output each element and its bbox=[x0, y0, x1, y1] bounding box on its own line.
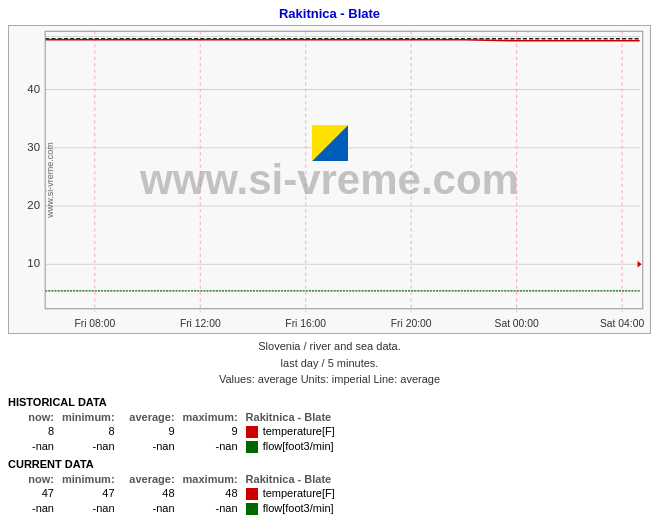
historical-table: now: minimum: average: maximum: Rakitnic… bbox=[8, 410, 651, 454]
hist-temp-max: 9 bbox=[179, 424, 242, 439]
col-now-curr: now: bbox=[8, 472, 58, 486]
current-section: CURRENT DATA now: minimum: average: maxi… bbox=[8, 458, 651, 516]
subtitle-line-3: Values: average Units: imperial Line: av… bbox=[8, 371, 651, 388]
curr-flow-max: -nan bbox=[179, 501, 242, 516]
hist-temp-label-text: temperature[F] bbox=[263, 425, 335, 437]
current-col-headers: now: minimum: average: maximum: Rakitnic… bbox=[8, 472, 651, 486]
historical-section: HISTORICAL DATA now: minimum: average: m… bbox=[8, 396, 651, 454]
svg-text:Fri 08:00: Fri 08:00 bbox=[74, 318, 115, 329]
current-row-temp: 47 47 48 48 temperature[F] bbox=[8, 486, 651, 501]
svg-text:Fri 20:00: Fri 20:00 bbox=[391, 318, 432, 329]
hist-flow-color-box bbox=[246, 441, 258, 453]
historical-header: HISTORICAL DATA bbox=[8, 396, 651, 408]
main-container: Rakitnica - Blate www.si-vreme.com 10 20… bbox=[0, 0, 659, 522]
historical-col-headers: now: minimum: average: maximum: Rakitnic… bbox=[8, 410, 651, 424]
subtitle-line-1: Slovenia / river and sea data. bbox=[8, 338, 651, 355]
curr-temp-label-text: temperature[F] bbox=[263, 487, 335, 499]
col-avg-curr: average: bbox=[119, 472, 179, 486]
hist-temp-avg: 9 bbox=[119, 424, 179, 439]
hist-flow-min: -nan bbox=[58, 439, 119, 454]
svg-text:40: 40 bbox=[27, 83, 40, 95]
svg-text:30: 30 bbox=[27, 141, 40, 153]
hist-flow-now: -nan bbox=[8, 439, 58, 454]
subtitle-line-2: last day / 5 minutes. bbox=[8, 355, 651, 372]
curr-flow-label-text: flow[foot3/min] bbox=[263, 502, 334, 514]
current-table: now: minimum: average: maximum: Rakitnic… bbox=[8, 472, 651, 516]
svg-text:20: 20 bbox=[27, 199, 40, 211]
chart-svg: 10 20 30 40 Fri 08:00 Fri 12:00 Fri 16:0… bbox=[9, 26, 650, 333]
hist-flow-label-text: flow[foot3/min] bbox=[263, 440, 334, 452]
svg-text:Fri 16:00: Fri 16:00 bbox=[285, 318, 326, 329]
chart-area: www.si-vreme.com 10 20 30 40 Fri 08: bbox=[8, 25, 651, 334]
chart-subtitle: Slovenia / river and sea data. last day … bbox=[8, 338, 651, 388]
svg-text:Fri 12:00: Fri 12:00 bbox=[180, 318, 221, 329]
curr-flow-avg: -nan bbox=[119, 501, 179, 516]
current-header: CURRENT DATA bbox=[8, 458, 651, 470]
curr-flow-label: flow[foot3/min] bbox=[242, 501, 651, 516]
hist-temp-label: temperature[F] bbox=[242, 424, 651, 439]
curr-flow-now: -nan bbox=[8, 501, 58, 516]
site-watermark-side: www.si-vreme.com bbox=[45, 142, 55, 218]
hist-temp-color-box bbox=[246, 426, 258, 438]
curr-flow-min: -nan bbox=[58, 501, 119, 516]
hist-temp-min: 8 bbox=[58, 424, 119, 439]
svg-text:Sat 04:00: Sat 04:00 bbox=[600, 318, 644, 329]
curr-temp-min: 47 bbox=[58, 486, 119, 501]
col-min-hist: minimum: bbox=[58, 410, 119, 424]
chart-title: Rakitnica - Blate bbox=[8, 6, 651, 21]
curr-temp-max: 48 bbox=[179, 486, 242, 501]
col-min-curr: minimum: bbox=[58, 472, 119, 486]
col-avg-hist: average: bbox=[119, 410, 179, 424]
curr-temp-avg: 48 bbox=[119, 486, 179, 501]
historical-row-temp: 8 8 9 9 temperature[F] bbox=[8, 424, 651, 439]
curr-temp-color-box bbox=[246, 488, 258, 500]
hist-flow-avg: -nan bbox=[119, 439, 179, 454]
historical-row-flow: -nan -nan -nan -nan flow[foot3/min] bbox=[8, 439, 651, 454]
hist-temp-now: 8 bbox=[8, 424, 58, 439]
logo-icon bbox=[312, 125, 348, 161]
col-max-curr: maximum: bbox=[179, 472, 242, 486]
curr-flow-color-box bbox=[246, 503, 258, 515]
col-max-hist: maximum: bbox=[179, 410, 242, 424]
hist-flow-label: flow[foot3/min] bbox=[242, 439, 651, 454]
curr-temp-now: 47 bbox=[8, 486, 58, 501]
curr-temp-label: temperature[F] bbox=[242, 486, 651, 501]
svg-text:Sat 00:00: Sat 00:00 bbox=[495, 318, 539, 329]
col-station-curr: Rakitnica - Blate bbox=[242, 472, 651, 486]
col-now-hist: now: bbox=[8, 410, 58, 424]
svg-text:10: 10 bbox=[27, 257, 40, 269]
col-station-hist: Rakitnica - Blate bbox=[242, 410, 651, 424]
svg-rect-0 bbox=[9, 26, 650, 333]
current-row-flow: -nan -nan -nan -nan flow[foot3/min] bbox=[8, 501, 651, 516]
hist-flow-max: -nan bbox=[179, 439, 242, 454]
